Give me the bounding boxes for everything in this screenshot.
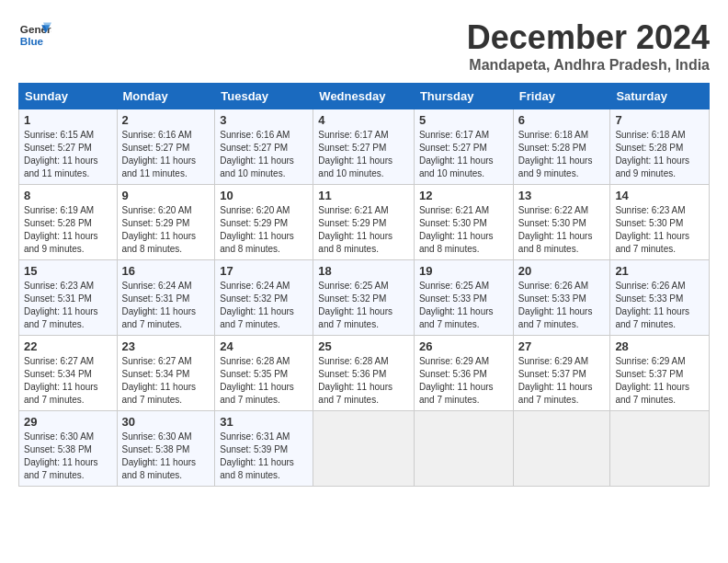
logo: General Blue: [18, 18, 51, 52]
calendar-cell: 22Sunrise: 6:27 AMSunset: 5:34 PMDayligh…: [19, 336, 118, 411]
day-info: Sunrise: 6:20 AMSunset: 5:29 PMDaylight:…: [122, 204, 210, 256]
day-header-wednesday: Wednesday: [313, 84, 415, 109]
day-info: Sunrise: 6:31 AMSunset: 5:39 PMDaylight:…: [220, 431, 308, 482]
calendar-cell: 16Sunrise: 6:24 AMSunset: 5:31 PMDayligh…: [117, 260, 215, 336]
calendar-cell: 14Sunrise: 6:23 AMSunset: 5:30 PMDayligh…: [610, 185, 710, 260]
calendar-cell: 20Sunrise: 6:26 AMSunset: 5:33 PMDayligh…: [513, 260, 610, 336]
day-number: 5: [419, 113, 508, 127]
subtitle: Mandapeta, Andhra Pradesh, India: [467, 57, 710, 74]
day-number: 23: [122, 339, 210, 353]
calendar-cell: 18Sunrise: 6:25 AMSunset: 5:32 PMDayligh…: [313, 260, 415, 336]
calendar-week-4: 22Sunrise: 6:27 AMSunset: 5:34 PMDayligh…: [19, 336, 710, 411]
day-header-monday: Monday: [117, 84, 215, 109]
day-number: 12: [419, 189, 508, 202]
day-info: Sunrise: 6:28 AMSunset: 5:36 PMDaylight:…: [318, 355, 409, 407]
calendar-cell: 25Sunrise: 6:28 AMSunset: 5:36 PMDayligh…: [313, 336, 415, 411]
day-header-friday: Friday: [513, 84, 610, 109]
day-info: Sunrise: 6:21 AMSunset: 5:30 PMDaylight:…: [419, 204, 508, 256]
day-info: Sunrise: 6:26 AMSunset: 5:33 PMDaylight:…: [518, 280, 606, 331]
day-number: 18: [318, 264, 409, 278]
calendar-cell: 12Sunrise: 6:21 AMSunset: 5:30 PMDayligh…: [414, 185, 513, 260]
title-block: December 2024 Mandapeta, Andhra Pradesh,…: [467, 18, 710, 74]
day-info: Sunrise: 6:29 AMSunset: 5:37 PMDaylight:…: [518, 355, 606, 407]
calendar-cell: 24Sunrise: 6:28 AMSunset: 5:35 PMDayligh…: [215, 336, 313, 411]
day-info: Sunrise: 6:27 AMSunset: 5:34 PMDaylight:…: [122, 355, 210, 407]
day-number: 9: [122, 189, 210, 202]
day-info: Sunrise: 6:15 AMSunset: 5:27 PMDaylight:…: [24, 129, 112, 180]
calendar-cell: 28Sunrise: 6:29 AMSunset: 5:37 PMDayligh…: [610, 336, 710, 411]
calendar-cell: 21Sunrise: 6:26 AMSunset: 5:33 PMDayligh…: [610, 260, 710, 336]
day-info: Sunrise: 6:16 AMSunset: 5:27 PMDaylight:…: [122, 129, 210, 180]
day-info: Sunrise: 6:23 AMSunset: 5:31 PMDaylight:…: [24, 280, 112, 331]
day-number: 11: [318, 189, 409, 202]
day-number: 6: [518, 113, 606, 127]
day-info: Sunrise: 6:26 AMSunset: 5:33 PMDaylight:…: [615, 280, 704, 331]
page-container: General Blue December 2024 Mandapeta, An…: [18, 18, 710, 487]
day-info: Sunrise: 6:29 AMSunset: 5:37 PMDaylight:…: [615, 355, 704, 407]
day-number: 13: [518, 189, 606, 202]
main-title: December 2024: [467, 18, 710, 57]
day-info: Sunrise: 6:18 AMSunset: 5:28 PMDaylight:…: [518, 129, 606, 180]
calendar-table: SundayMondayTuesdayWednesdayThursdayFrid…: [18, 83, 710, 487]
day-number: 30: [122, 415, 210, 429]
day-header-thursday: Thursday: [414, 84, 513, 109]
day-info: Sunrise: 6:17 AMSunset: 5:27 PMDaylight:…: [318, 129, 409, 180]
calendar-cell: 17Sunrise: 6:24 AMSunset: 5:32 PMDayligh…: [215, 260, 313, 336]
day-info: Sunrise: 6:18 AMSunset: 5:28 PMDaylight:…: [615, 129, 704, 180]
svg-text:Blue: Blue: [20, 35, 44, 47]
day-number: 21: [615, 264, 704, 278]
day-info: Sunrise: 6:24 AMSunset: 5:32 PMDaylight:…: [220, 280, 308, 331]
day-info: Sunrise: 6:20 AMSunset: 5:29 PMDaylight:…: [220, 204, 308, 256]
calendar-cell: 8Sunrise: 6:19 AMSunset: 5:28 PMDaylight…: [19, 185, 118, 260]
calendar-cell: [513, 411, 610, 487]
day-info: Sunrise: 6:21 AMSunset: 5:29 PMDaylight:…: [318, 204, 409, 256]
day-number: 19: [419, 264, 508, 278]
day-number: 3: [220, 113, 308, 127]
day-info: Sunrise: 6:28 AMSunset: 5:35 PMDaylight:…: [220, 355, 308, 407]
day-info: Sunrise: 6:16 AMSunset: 5:27 PMDaylight:…: [220, 129, 308, 180]
calendar-cell: 1Sunrise: 6:15 AMSunset: 5:27 PMDaylight…: [19, 109, 118, 185]
day-number: 16: [122, 264, 210, 278]
calendar-week-3: 15Sunrise: 6:23 AMSunset: 5:31 PMDayligh…: [19, 260, 710, 336]
day-number: 17: [220, 264, 308, 278]
calendar-cell: 31Sunrise: 6:31 AMSunset: 5:39 PMDayligh…: [215, 411, 313, 487]
day-number: 27: [518, 339, 606, 353]
day-number: 8: [24, 189, 112, 202]
calendar-cell: [414, 411, 513, 487]
day-info: Sunrise: 6:29 AMSunset: 5:36 PMDaylight:…: [419, 355, 508, 407]
calendar-cell: 6Sunrise: 6:18 AMSunset: 5:28 PMDaylight…: [513, 109, 610, 185]
day-info: Sunrise: 6:30 AMSunset: 5:38 PMDaylight:…: [122, 431, 210, 482]
calendar-cell: [313, 411, 415, 487]
day-number: 29: [24, 415, 112, 429]
day-info: Sunrise: 6:19 AMSunset: 5:28 PMDaylight:…: [24, 204, 112, 256]
day-number: 26: [419, 339, 508, 353]
day-number: 4: [318, 113, 409, 127]
day-info: Sunrise: 6:25 AMSunset: 5:32 PMDaylight:…: [318, 280, 409, 331]
day-number: 28: [615, 339, 704, 353]
day-header-sunday: Sunday: [19, 84, 118, 109]
day-number: 14: [615, 189, 704, 202]
day-info: Sunrise: 6:30 AMSunset: 5:38 PMDaylight:…: [24, 431, 112, 482]
day-info: Sunrise: 6:23 AMSunset: 5:30 PMDaylight:…: [615, 204, 704, 256]
day-info: Sunrise: 6:27 AMSunset: 5:34 PMDaylight:…: [24, 355, 112, 407]
calendar-cell: 10Sunrise: 6:20 AMSunset: 5:29 PMDayligh…: [215, 185, 313, 260]
calendar-cell: 19Sunrise: 6:25 AMSunset: 5:33 PMDayligh…: [414, 260, 513, 336]
calendar-cell: 4Sunrise: 6:17 AMSunset: 5:27 PMDaylight…: [313, 109, 415, 185]
calendar-cell: 2Sunrise: 6:16 AMSunset: 5:27 PMDaylight…: [117, 109, 215, 185]
day-number: 24: [220, 339, 308, 353]
calendar-week-5: 29Sunrise: 6:30 AMSunset: 5:38 PMDayligh…: [19, 411, 710, 487]
day-number: 10: [220, 189, 308, 202]
day-info: Sunrise: 6:17 AMSunset: 5:27 PMDaylight:…: [419, 129, 508, 180]
day-number: 2: [122, 113, 210, 127]
day-number: 15: [24, 264, 112, 278]
calendar-cell: 27Sunrise: 6:29 AMSunset: 5:37 PMDayligh…: [513, 336, 610, 411]
day-header-tuesday: Tuesday: [215, 84, 313, 109]
day-number: 31: [220, 415, 308, 429]
day-header-saturday: Saturday: [610, 84, 710, 109]
day-info: Sunrise: 6:25 AMSunset: 5:33 PMDaylight:…: [419, 280, 508, 331]
calendar-cell: 11Sunrise: 6:21 AMSunset: 5:29 PMDayligh…: [313, 185, 415, 260]
calendar-cell: 15Sunrise: 6:23 AMSunset: 5:31 PMDayligh…: [19, 260, 118, 336]
day-info: Sunrise: 6:22 AMSunset: 5:30 PMDaylight:…: [518, 204, 606, 256]
calendar-cell: 5Sunrise: 6:17 AMSunset: 5:27 PMDaylight…: [414, 109, 513, 185]
day-number: 7: [615, 113, 704, 127]
